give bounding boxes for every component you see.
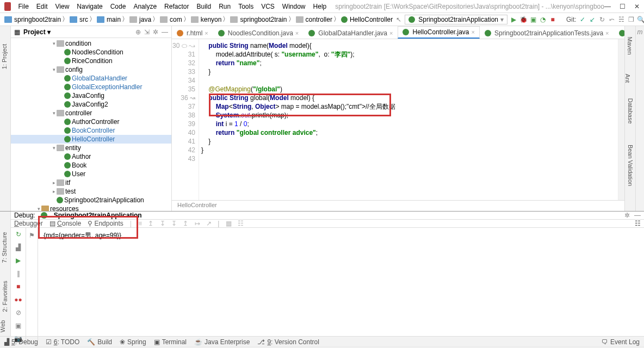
editor-breadcrumb[interactable]: HelloController [172,200,624,211]
close-icon[interactable]: ✕ [634,3,640,10]
code-line[interactable]: } [201,146,616,154]
crumb-src[interactable]: src [69,16,89,23]
maximize-icon[interactable]: ☐ [620,3,626,10]
breadcrumb[interactable]: springboot2train〉src〉main〉java〉com〉kenyo… [3,15,394,24]
side-tab-web[interactable]: Web [0,320,6,332]
mute-icon[interactable]: ⊘ [14,308,23,317]
side-tab-project[interactable]: 1: Project [1,44,8,69]
hide-icon[interactable]: — [162,28,168,36]
locate-icon[interactable]: ⊕ [135,28,141,36]
stack-icon[interactable]: ▟ [14,243,23,252]
code-line[interactable]: model.addAttribute( s: "username", o: "李… [201,50,616,59]
side-tab-favorites[interactable]: 2: Favorites [2,281,8,312]
project-dropdown[interactable]: Project ▾ [23,28,51,36]
debug-gear-icon[interactable]: ✲ [624,212,630,219]
tab-close-icon[interactable]: × [472,29,475,35]
tree-item-resources[interactable]: ▾resources [11,204,171,211]
profile-icon[interactable]: ◔ [539,16,547,23]
resume-icon[interactable]: ▶ [14,256,23,265]
project-tree[interactable]: ▾conditionNoodlesConditionRiceCondition▾… [11,38,171,211]
back-icon[interactable]: ↖ [395,16,403,23]
code-line[interactable]: return "global controller advice"; [201,128,616,137]
menu-view[interactable]: View [52,2,73,11]
tree-item-ricecondition[interactable]: RiceCondition [11,57,171,65]
menu-tools[interactable]: Tools [235,2,257,11]
run-config-select[interactable]: Springboot2trainApplication ▾ [405,15,507,24]
twisty-icon[interactable]: ▾ [51,41,57,46]
tree-item-springboot2trainapplication[interactable]: Springboot2trainApplication [11,196,171,204]
twisty-icon[interactable]: ▾ [51,145,57,151]
menu-help[interactable]: Help [310,2,330,11]
menu-code[interactable]: Code [107,2,129,11]
editor-scrollbar[interactable] [618,39,624,200]
tab-springboot2trainapplicationtests-java[interactable]: Springboot2trainApplicationTests.java× [480,27,614,39]
side-tab-structure[interactable]: 7: Structure [1,232,8,263]
twisty-icon[interactable]: ▾ [51,110,57,116]
minimize-icon[interactable]: — [604,3,611,10]
tab-close-icon[interactable]: × [605,30,609,36]
tree-item-controller[interactable]: ▾controller [11,109,171,117]
tree-item-book[interactable]: Book [11,161,171,170]
twisty-icon[interactable]: ▾ [36,206,41,211]
code-line[interactable] [201,76,616,85]
tab-noodlescondition-java[interactable]: NoodlesCondition.java× [213,27,304,39]
crumb-com[interactable]: com [159,16,183,23]
editor-tabs[interactable]: r.html×NoodlesCondition.java×GlobalDataH… [172,26,624,39]
tree-item-entity[interactable]: ▾entity [11,144,171,152]
tab-close-icon[interactable]: × [295,30,299,36]
layout-icon[interactable]: ▣ [14,321,23,330]
tab-globaldatahandler-java[interactable]: GlobalDataHandler.java× [304,27,398,39]
code-line[interactable]: @GetMapping("/global") [201,85,616,94]
menu-file[interactable]: File [15,2,32,11]
crumb-springboot2train[interactable]: springboot2train [229,16,288,23]
code-editor[interactable]: public String name(Model model){ model.a… [199,39,618,200]
code-line[interactable]: return "name"; [201,59,616,67]
code-line[interactable]: public String global(Model model) { [201,94,616,102]
menu-vcs[interactable]: VCS [258,2,278,11]
side-tab-database[interactable]: Database [627,98,634,123]
code-line[interactable]: } [201,137,616,146]
tab-debugger[interactable]: Debugger [14,220,43,227]
side-tab-ant[interactable]: Ant [624,74,631,83]
search-icon[interactable]: 🔍 [637,16,644,23]
tree-item-itf[interactable]: ▸itf [11,178,171,187]
tree-item-javaconfig[interactable]: JavaConfig [11,91,171,100]
tab-springboot2trainapplication-java[interactable]: Springboot2trainApplication.java× [614,27,624,39]
code-line[interactable] [201,154,616,163]
crumb-controller[interactable]: controller [295,16,333,23]
code-line[interactable]: } [201,67,616,76]
toolbar-icons[interactable]: ≡ ↥ ↧ ↧ ↥ ↦ ↗ | ▦ ☷ [138,220,246,227]
tree-item-condition[interactable]: ▾condition [11,39,171,48]
twisty-icon[interactable]: ▸ [51,189,57,194]
side-tab-maven[interactable]: Maven [627,36,633,54]
tree-item-javaconfig2[interactable]: JavaConfig2 [11,100,171,109]
pause-icon[interactable]: ‖ [14,269,23,278]
tree-item-hellocontroller[interactable]: HelloController [11,135,171,144]
crumb-main[interactable]: main [96,16,122,23]
run-icon[interactable]: ▶ [510,16,517,23]
tree-item-noodlescondition[interactable]: NoodlesCondition [11,48,171,57]
console-output[interactable]: {md={gender=男, age=99}} [38,228,644,345]
tree-item-test[interactable]: ▸test [11,187,171,196]
tab-close-icon[interactable]: × [205,30,208,36]
tree-item-config[interactable]: ▾config [11,65,171,74]
stop-icon[interactable]: ■ [549,16,556,23]
code-line[interactable]: System.out.println(map); [201,111,616,120]
menu-run[interactable]: Run [215,2,234,11]
menu-analyze[interactable]: Analyze [130,2,160,11]
filter-icon[interactable]: ⚑ [28,231,36,240]
twisty-icon[interactable]: ▾ [51,67,57,72]
debug-icon[interactable]: 🐞 [519,16,527,23]
tab-close-icon[interactable]: × [389,30,393,36]
tree-item-bookcontroller[interactable]: BookController [11,126,171,135]
grid-icon[interactable]: ☷ [635,220,641,227]
crumb-kenyon[interactable]: kenyon [190,16,223,23]
tab-endpoints[interactable]: ⚲ Endpoints [88,220,123,227]
menu-navigate[interactable]: Navigate [73,2,106,11]
twisty-icon[interactable]: ▸ [51,180,57,185]
crumb-hellocontroller[interactable]: HelloController [340,16,394,23]
tree-item-globalexceptionhandler[interactable]: GlobalExceptionHandler [11,83,171,91]
hierarchy-icon[interactable]: ❐ [628,16,635,23]
crumb-java[interactable]: java [128,16,152,23]
structure-icon[interactable]: ☵ [618,16,626,23]
